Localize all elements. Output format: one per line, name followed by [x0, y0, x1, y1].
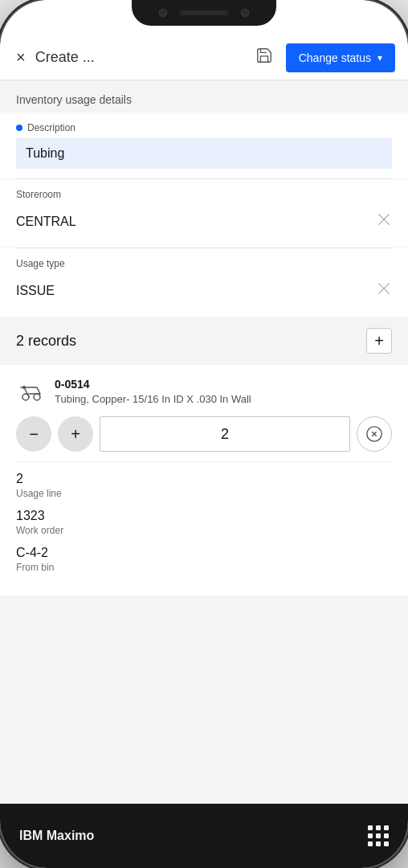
description-label: Description [16, 122, 392, 133]
phone-frame: × Create ... Change status ▾ Inventory u… [0, 0, 408, 868]
add-record-button[interactable]: + [366, 328, 392, 354]
delete-record-button[interactable] [357, 416, 392, 452]
record-info: 0-0514 Tubing, Copper- 15/16 In ID X .03… [55, 378, 392, 407]
description-field-group: Description Tubing [0, 113, 408, 178]
change-status-label: Change status [299, 51, 371, 64]
speaker [180, 10, 228, 15]
section-label: Inventory usage details [0, 80, 408, 113]
header-title: Create ... [35, 49, 243, 66]
camera2 [241, 9, 249, 17]
from-bin-value: C-4-2 [16, 546, 392, 560]
usage-type-edit-icon[interactable] [376, 280, 392, 301]
usage-type-label: Usage type [16, 258, 392, 269]
work-order-row: 1323 Work order [16, 509, 392, 536]
work-order-label: Work order [16, 525, 392, 536]
grid-dot-4 [368, 833, 373, 838]
grid-menu-icon[interactable] [368, 825, 389, 846]
app-header: × Create ... Change status ▾ [0, 35, 408, 80]
usage-line-row: 2 Usage line [16, 472, 392, 499]
grid-dot-1 [368, 825, 373, 830]
item-icon [16, 378, 45, 407]
usage-line-value: 2 [16, 472, 392, 486]
save-button[interactable] [249, 43, 279, 72]
storeroom-label: Storeroom [16, 189, 392, 200]
usage-type-value-row: ISSUE [16, 274, 392, 307]
storeroom-field-group: Storeroom CENTRAL [0, 179, 408, 248]
grid-dot-8 [376, 841, 381, 846]
quantity-row: − + [16, 416, 392, 452]
record-id: 0-0514 [55, 378, 392, 391]
app-branding: IBM Maximo [19, 829, 94, 843]
notch [132, 0, 276, 26]
grid-dot-7 [368, 841, 373, 846]
from-bin-row: C-4-2 From bin [16, 546, 392, 573]
usage-line-label: Usage line [16, 488, 392, 499]
change-status-button[interactable]: Change status ▾ [286, 43, 395, 72]
camera [159, 9, 167, 17]
usage-type-value: ISSUE [16, 284, 55, 298]
grid-dot-9 [384, 841, 389, 846]
records-header: 2 records + [0, 317, 408, 365]
record-fields: 2 Usage line 1323 Work order C-4-2 From … [16, 461, 392, 573]
storeroom-edit-icon[interactable] [376, 211, 392, 231]
storeroom-value: CENTRAL [16, 215, 76, 229]
record-card: 0-0514 Tubing, Copper- 15/16 In ID X .03… [0, 365, 408, 596]
grid-dot-5 [376, 833, 381, 838]
required-dot [16, 125, 22, 131]
work-order-value: 1323 [16, 509, 392, 523]
maximo-text: Maximo [47, 829, 95, 842]
storeroom-value-row: CENTRAL [16, 205, 392, 238]
svg-point-6 [22, 386, 26, 389]
grid-dot-6 [384, 833, 389, 838]
svg-point-5 [34, 394, 40, 400]
decrement-button[interactable]: − [16, 416, 51, 452]
main-content: Inventory usage details Description Tubi… [0, 80, 408, 804]
grid-dot-3 [384, 825, 389, 830]
quantity-input[interactable] [100, 416, 350, 452]
records-count: 2 records [16, 333, 76, 350]
close-button[interactable]: × [13, 45, 29, 70]
chevron-down-icon: ▾ [377, 52, 382, 63]
record-item-header: 0-0514 Tubing, Copper- 15/16 In ID X .03… [16, 378, 392, 407]
usage-type-field-group: Usage type ISSUE [0, 248, 408, 317]
description-value[interactable]: Tubing [16, 138, 392, 169]
ibm-text: IBM [19, 829, 43, 842]
screen: × Create ... Change status ▾ Inventory u… [0, 0, 408, 868]
from-bin-label: From bin [16, 562, 392, 573]
bottom-bar: IBM Maximo [0, 804, 408, 868]
record-description: Tubing, Copper- 15/16 In ID X .030 In Wa… [55, 392, 392, 407]
increment-button[interactable]: + [58, 416, 93, 452]
grid-dot-2 [376, 825, 381, 830]
